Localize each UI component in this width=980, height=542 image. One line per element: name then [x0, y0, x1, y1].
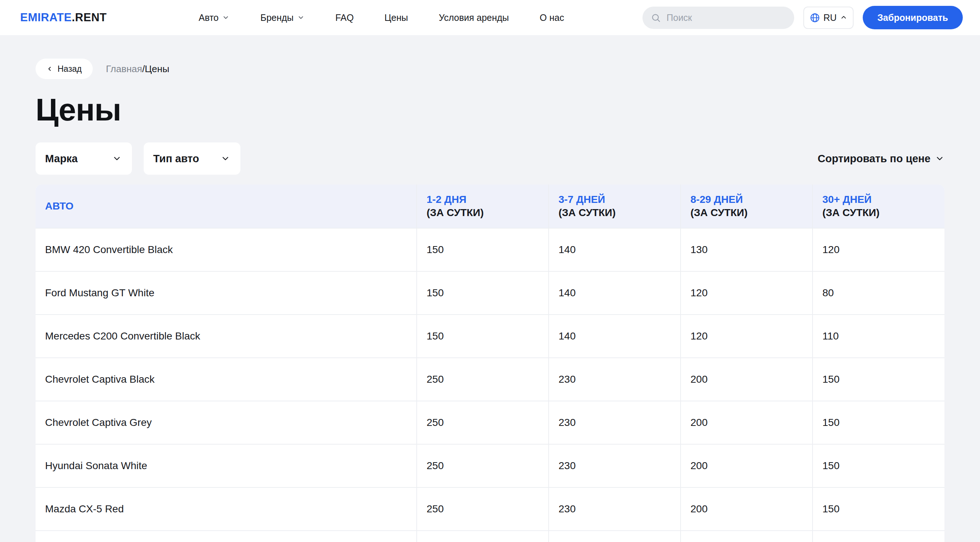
price-cell: 230 — [548, 358, 680, 401]
chevron-down-icon — [222, 14, 229, 21]
car-name-cell: Ford Mustang GT White — [35, 272, 416, 314]
price-cell: 120 — [812, 228, 945, 271]
price-cell: 250 — [416, 445, 548, 487]
header-right: RU Забронировать — [643, 6, 963, 29]
table-row-partial — [35, 530, 945, 542]
price-cell: 230 — [548, 445, 680, 487]
table-row[interactable]: BMW 420 Convertible Black150140130120 — [35, 228, 945, 271]
price-cell: 200 — [680, 488, 812, 530]
nav-item-label: Условия аренды — [439, 13, 509, 23]
empty-cell — [548, 531, 680, 542]
price-cell: 250 — [416, 358, 548, 401]
car-type-filter-label: Тип авто — [153, 153, 199, 165]
nav-item-prices[interactable]: Цены — [385, 13, 408, 23]
chevron-left-icon — [46, 65, 53, 72]
table-row[interactable]: Mercedes C200 Convertible Black150140120… — [35, 314, 945, 357]
column-title: АВТО — [45, 200, 74, 213]
table-row[interactable]: Ford Mustang GT White15014012080 — [35, 271, 945, 314]
logo-part-2: .RENT — [72, 11, 107, 24]
column-header-days-8-29: 8-29 ДНЕЙ(ЗА СУТКИ) — [680, 185, 812, 228]
nav-item-cars[interactable]: Авто — [199, 13, 229, 23]
chevron-up-icon — [840, 14, 847, 21]
chevron-down-icon — [297, 14, 305, 21]
empty-cell — [416, 531, 548, 542]
price-cell: 150 — [812, 488, 945, 530]
table-body: BMW 420 Convertible Black150140130120For… — [35, 228, 945, 542]
price-cell: 140 — [548, 272, 680, 314]
price-cell: 200 — [680, 401, 812, 444]
column-header-days-3-7: 3-7 ДНЕЙ(ЗА СУТКИ) — [548, 185, 680, 228]
page-title: Цены — [35, 92, 945, 128]
chevron-down-icon — [112, 154, 122, 163]
nav-item-label: Цены — [385, 13, 408, 23]
column-header-days-30-plus: 30+ ДНЕЙ(ЗА СУТКИ) — [812, 185, 945, 228]
logo-part-1: EMIRATE — [20, 11, 72, 24]
price-cell: 200 — [680, 445, 812, 487]
car-name-cell: Mercedes C200 Convertible Black — [35, 315, 416, 357]
nav-item-about[interactable]: О нас — [540, 13, 565, 23]
breadcrumb-row: Назад Главная/Цены — [35, 59, 945, 79]
price-cell: 120 — [680, 315, 812, 357]
back-button[interactable]: Назад — [35, 59, 93, 79]
price-cell: 200 — [680, 358, 812, 401]
nav-item-label: Бренды — [260, 13, 294, 23]
breadcrumb-root[interactable]: Главная — [106, 63, 142, 74]
table-row[interactable]: Mazda CX-5 Red250230200150 — [35, 487, 945, 530]
price-cell: 230 — [548, 401, 680, 444]
car-name-cell: BMW 420 Convertible Black — [35, 228, 416, 271]
nav-item-faq[interactable]: FAQ — [335, 13, 354, 23]
table-row[interactable]: Chevrolet Captiva Black250230200150 — [35, 357, 945, 401]
table-row[interactable]: Hyundai Sonata White250230200150 — [35, 444, 945, 487]
nav-item-label: FAQ — [335, 13, 354, 23]
price-cell: 140 — [548, 228, 680, 271]
column-header-car: АВТО — [35, 185, 416, 228]
chevron-down-icon — [221, 154, 230, 163]
price-cell: 150 — [812, 401, 945, 444]
brand-filter-dropdown[interactable]: Марка — [35, 143, 132, 175]
breadcrumb: Главная/Цены — [106, 63, 169, 75]
price-cell: 250 — [416, 488, 548, 530]
price-cell: 140 — [548, 315, 680, 357]
language-code: RU — [824, 13, 837, 23]
nav-item-rental-terms[interactable]: Условия аренды — [439, 13, 509, 23]
car-type-filter-dropdown[interactable]: Тип авто — [144, 143, 240, 175]
price-cell: 130 — [680, 228, 812, 271]
brand-filter-label: Марка — [45, 153, 78, 165]
breadcrumb-current: Цены — [145, 63, 169, 74]
search-input[interactable] — [643, 6, 794, 29]
table-row[interactable]: Chevrolet Captiva Grey250230200150 — [35, 401, 945, 444]
nav-item-label: О нас — [540, 13, 565, 23]
column-subtitle: (ЗА СУТКИ) — [558, 206, 616, 219]
price-cell: 250 — [416, 401, 548, 444]
book-button[interactable]: Забронировать — [863, 6, 963, 29]
empty-cell — [812, 531, 945, 542]
price-cell: 230 — [548, 488, 680, 530]
column-subtitle: (ЗА СУТКИ) — [426, 206, 484, 219]
logo[interactable]: EMIRATE.RENT — [20, 11, 107, 24]
column-subtitle: (ЗА СУТКИ) — [822, 206, 880, 219]
price-cell: 150 — [416, 315, 548, 357]
chevron-down-icon — [935, 154, 945, 163]
sort-by-price[interactable]: Сортировать по цене — [818, 153, 945, 165]
price-cell: 150 — [812, 358, 945, 401]
empty-cell — [680, 531, 812, 542]
globe-icon — [810, 13, 820, 23]
price-table: АВТО1-2 ДНЯ(ЗА СУТКИ)3-7 ДНЕЙ(ЗА СУТКИ)8… — [35, 185, 945, 542]
price-cell: 80 — [812, 272, 945, 314]
car-name-cell: Chevrolet Captiva Black — [35, 358, 416, 401]
column-title: 1-2 ДНЯ — [426, 193, 466, 206]
car-name-cell: Mazda CX-5 Red — [35, 488, 416, 530]
filters-row: Марка Тип авто Сортировать по цене — [35, 143, 945, 175]
price-cell: 110 — [812, 315, 945, 357]
price-cell: 150 — [416, 272, 548, 314]
nav-item-brands[interactable]: Бренды — [260, 13, 305, 23]
table-header-row: АВТО1-2 ДНЯ(ЗА СУТКИ)3-7 ДНЕЙ(ЗА СУТКИ)8… — [35, 185, 945, 228]
car-name-cell: Hyundai Sonata White — [35, 445, 416, 487]
language-selector[interactable]: RU — [803, 6, 854, 29]
nav-item-label: Авто — [199, 13, 218, 23]
main-content: Назад Главная/Цены Цены Марка Тип авто С… — [0, 59, 980, 542]
back-label: Назад — [57, 64, 82, 74]
column-title: 30+ ДНЕЙ — [822, 193, 872, 206]
main-nav: АвтоБрендыFAQЦеныУсловия арендыО нас — [199, 0, 564, 35]
column-title: 3-7 ДНЕЙ — [558, 193, 605, 206]
